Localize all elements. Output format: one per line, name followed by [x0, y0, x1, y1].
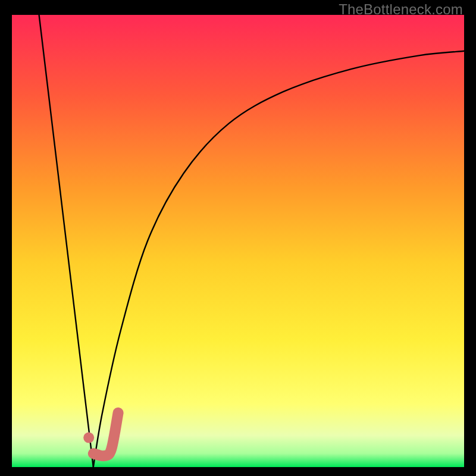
bottleneck-chart	[12, 15, 464, 467]
chart-frame	[12, 15, 464, 467]
watermark-text: TheBottleneck.com	[339, 1, 463, 18]
j-marker-dot	[83, 433, 94, 443]
gradient-background	[12, 15, 464, 467]
